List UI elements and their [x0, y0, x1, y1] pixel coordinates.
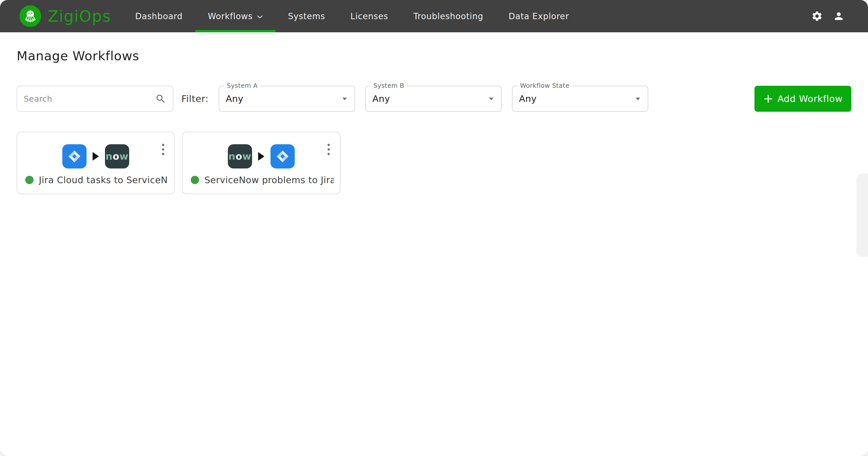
- nav-item-workflows[interactable]: Workflows: [195, 0, 276, 32]
- select-caret-icon: [342, 98, 347, 100]
- filter-select-workflow-state[interactable]: Workflow State Any: [512, 86, 648, 112]
- status-dot: [25, 176, 34, 184]
- user-account-icon[interactable]: [833, 10, 845, 22]
- integration-icons: now: [183, 144, 340, 168]
- nav-label: Systems: [288, 11, 325, 21]
- brand[interactable]: ZigiOps: [20, 0, 111, 32]
- workflow-title: Jira Cloud tasks to ServiceNo…: [39, 175, 168, 185]
- select-label: System B: [371, 82, 407, 89]
- plus-icon: +: [763, 92, 773, 104]
- main-content: Manage Workflows Filter: System A Any Sy…: [0, 48, 868, 194]
- servicenow-logo-text: now: [228, 151, 251, 162]
- jira-icon: [62, 144, 87, 168]
- controls-row: Filter: System A Any System B Any Workfl…: [17, 86, 851, 112]
- nav-label: Licenses: [350, 11, 388, 21]
- nav-item-troubleshooting[interactable]: Troubleshooting: [401, 0, 496, 32]
- nav-item-dashboard[interactable]: Dashboard: [123, 0, 195, 32]
- integration-icons: now: [17, 144, 174, 168]
- status-dot: [191, 176, 199, 184]
- kebab-menu-icon[interactable]: [326, 142, 331, 157]
- play-arrow-icon: [93, 152, 99, 161]
- nav-label: Workflows: [208, 11, 253, 21]
- nav-label: Dashboard: [135, 11, 183, 21]
- select-value: Any: [366, 94, 390, 104]
- select-label: System A: [224, 82, 260, 89]
- search-icon: [155, 93, 166, 104]
- nav-item-licenses[interactable]: Licenses: [338, 0, 401, 32]
- select-value: Any: [219, 94, 244, 104]
- jira-icon: [271, 144, 295, 168]
- main-nav: Dashboard Workflows Systems Licenses Tro…: [123, 0, 582, 32]
- zigiops-logo-icon: [20, 5, 41, 27]
- status-row: Jira Cloud tasks to ServiceNo…: [25, 175, 168, 185]
- navbar: ZigiOps Dashboard Workflows Systems Lice…: [0, 0, 868, 32]
- select-value: Any: [513, 94, 537, 104]
- settings-gear-icon[interactable]: [811, 10, 823, 22]
- workflow-card-servicenow-to-jira[interactable]: now ServiceNow problems to Jira …: [182, 132, 340, 194]
- chevron-down-icon: [257, 15, 263, 19]
- play-arrow-icon: [258, 152, 265, 161]
- nav-item-data-explorer[interactable]: Data Explorer: [496, 0, 582, 32]
- nav-label: Troubleshooting: [413, 11, 483, 21]
- page-title: Manage Workflows: [17, 48, 851, 64]
- nav-actions: [811, 0, 868, 32]
- brand-name: ZigiOps: [48, 7, 111, 26]
- select-caret-icon: [636, 98, 640, 100]
- workflow-card-jira-to-servicenow[interactable]: now Jira Cloud tasks to ServiceNo…: [17, 132, 175, 194]
- status-row: ServiceNow problems to Jira …: [191, 175, 334, 185]
- select-label: Workflow State: [518, 82, 572, 89]
- search-box: [17, 86, 173, 112]
- workflow-cards: now Jira Cloud tasks to ServiceNo… now: [17, 132, 851, 194]
- servicenow-logo-text: now: [105, 151, 128, 162]
- filter-label: Filter:: [181, 94, 209, 104]
- nav-item-systems[interactable]: Systems: [276, 0, 338, 32]
- workflow-title: ServiceNow problems to Jira …: [205, 175, 334, 185]
- filter-select-system-a[interactable]: System A Any: [219, 86, 355, 112]
- app-window: ZigiOps Dashboard Workflows Systems Lice…: [0, 0, 868, 456]
- nav-label: Data Explorer: [509, 11, 569, 21]
- scrollbar-thumb[interactable]: [857, 173, 868, 257]
- kebab-menu-icon[interactable]: [160, 142, 166, 157]
- servicenow-icon: now: [105, 144, 129, 168]
- select-caret-icon: [489, 98, 494, 100]
- add-workflow-label: Add Workflow: [777, 94, 842, 104]
- servicenow-icon: now: [228, 144, 252, 168]
- search-input[interactable]: [24, 94, 155, 104]
- filter-select-system-b[interactable]: System B Any: [365, 86, 502, 112]
- add-workflow-button[interactable]: + Add Workflow: [754, 86, 851, 112]
